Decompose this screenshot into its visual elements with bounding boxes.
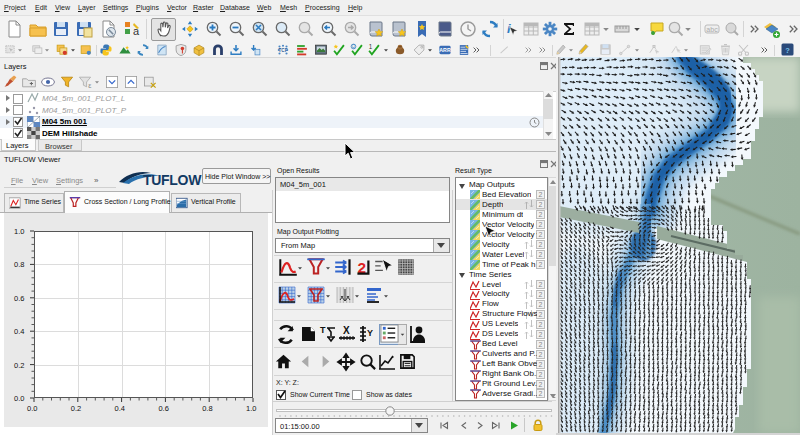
svg-text:Y: Y	[367, 328, 373, 338]
svg-text:X: X	[343, 325, 350, 336]
svg-text:Q: Q	[352, 44, 356, 49]
svg-text:ARR: ARR	[439, 47, 451, 53]
svg-text:T: T	[320, 325, 326, 335]
svg-text:?: ?	[785, 46, 790, 55]
svg-text:abc: abc	[706, 26, 718, 33]
svg-text:1: 1	[369, 43, 373, 50]
